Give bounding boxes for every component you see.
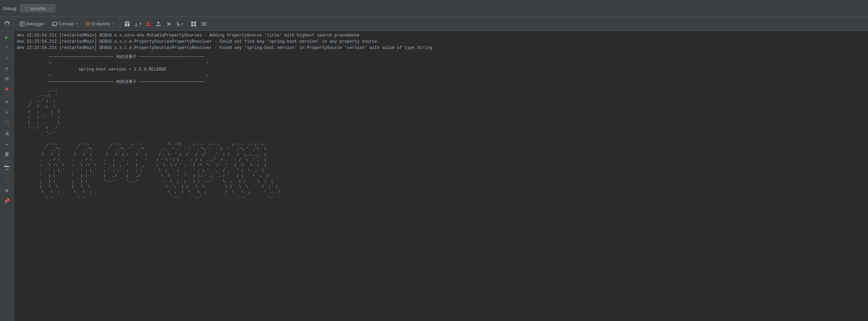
separator-2 (120, 20, 120, 28)
log-line-1: dev 22:23:54.211 [restartedMain] DEBUG o… (14, 32, 868, 39)
settings-button[interactable]: ⚙ (2, 186, 12, 195)
security-tab-label: security (30, 6, 46, 11)
upload-button[interactable] (154, 19, 163, 29)
refresh-button[interactable] (2, 19, 12, 29)
debugger-tab-label: Debugger (26, 22, 44, 26)
frames-button[interactable]: ≡ (2, 97, 12, 107)
debug-label: Debug: (3, 6, 17, 11)
stop-button[interactable]: ■ (2, 84, 12, 94)
endpoints-tab-label: Endpoints (92, 22, 110, 26)
import-button[interactable]: ⬇ (2, 108, 12, 117)
separator-3 (186, 20, 187, 28)
endpoints-tab[interactable]: Endpoints ↗ (82, 20, 118, 28)
svg-rect-7 (194, 22, 196, 24)
svg-rect-6 (191, 22, 193, 24)
step-over-button[interactable]: ⬇ (133, 19, 142, 29)
svg-rect-9 (194, 24, 196, 26)
step-over-up-button[interactable]: ↑ (2, 43, 12, 52)
security-tab[interactable]: 🛡 security × (20, 4, 55, 13)
run-to-cursor-button[interactable]: ⟳ (2, 74, 12, 84)
ascii-banner-section: ~~~~~~~~~~~~~~~~~~~~~~~~~~ 闲的没事干 ~~~~~~~… (14, 51, 868, 88)
endpoints-arrow: ↗ (112, 22, 114, 26)
mute-button[interactable]: ⚫ (2, 118, 12, 128)
svg-rect-8 (191, 24, 193, 26)
ascii-art-section: ,--, ,---.| : ,`--.' | : / / .; : | : | … (14, 88, 868, 200)
close-tab-button[interactable]: × (49, 7, 51, 11)
lines-button[interactable] (199, 19, 209, 29)
step-cursor-button[interactable]: ↗ (174, 19, 184, 29)
ascii-art: ,--, ,---.| : ,`--.' | : / / .; : | : | … (28, 88, 854, 200)
svg-rect-1 (52, 22, 57, 26)
reset-button[interactable] (164, 19, 174, 29)
sidebar-divider-1 (3, 96, 11, 96)
console-arrow: ↗ (75, 22, 78, 26)
svg-rect-4 (125, 23, 127, 26)
log-line-3: dev 22:23:54.214 [restartedMain] DEBUG o… (14, 45, 868, 51)
print-button[interactable]: 🖨 (2, 129, 12, 138)
sidebar: ▶ ↑ ↓ ⬆ ⟳ ■ ≡ ⬇ ⚫ 🖨 ✏ 🗑 📷 ⬛ ⚙ 📌 (0, 31, 14, 321)
edit-button[interactable]: ✏ (2, 139, 12, 149)
sidebar-divider-2 (3, 160, 11, 161)
main-area: ▶ ↑ ↓ ⬆ ⟳ ■ ≡ ⬇ ⚫ 🖨 ✏ 🗑 📷 ⬛ ⚙ 📌 dev 22:2… (0, 31, 868, 321)
console-output[interactable]: dev 22:23:54.211 [restartedMain] DEBUG o… (14, 31, 868, 321)
log-line-2: dev 22:23:54.212 [restartedMain] DEBUG o… (14, 39, 868, 45)
grid-button[interactable] (189, 19, 198, 29)
step-into-button[interactable]: ↓ (2, 53, 12, 63)
separator-1 (14, 20, 14, 28)
title-bar: Debug: 🛡 security × (0, 0, 868, 17)
resume-button[interactable]: ▶ (2, 32, 12, 42)
sidebar-divider-3 (3, 173, 11, 174)
layout-sidebar-button[interactable]: ⬛ (2, 175, 12, 185)
toolbar: Debugger Console ↗ Endpoints ↗ (0, 17, 868, 31)
debugger-tab[interactable]: Debugger (16, 20, 48, 28)
svg-rect-3 (125, 22, 130, 23)
svg-rect-5 (128, 23, 130, 26)
layout-button[interactable] (122, 19, 132, 29)
console-tab[interactable]: Console ↗ (49, 20, 81, 28)
delete-button[interactable]: 🗑 (2, 149, 12, 159)
security-tab-icon: 🛡 (24, 6, 28, 11)
screenshot-button[interactable]: 📷 (2, 162, 12, 172)
console-tab-label: Console (58, 22, 74, 26)
pin-button[interactable]: 📌 (2, 196, 12, 206)
download-button[interactable] (143, 19, 153, 29)
ascii-banner: ~~~~~~~~~~~~~~~~~~~~~~~~~~ 闲的没事干 ~~~~~~~… (49, 54, 833, 85)
step-out-button[interactable]: ⬆ (2, 64, 12, 73)
